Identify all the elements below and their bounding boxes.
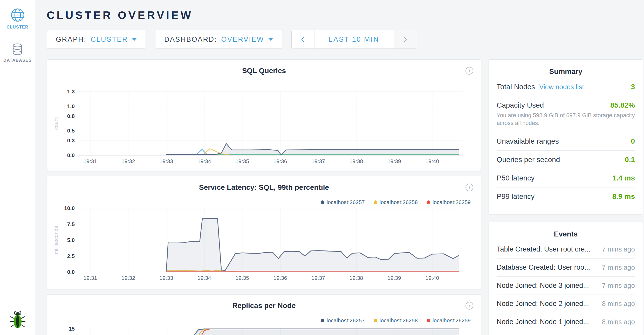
- chart-legend: localhost:26257localhost:26258localhost:…: [321, 317, 471, 324]
- summary-row-queries-per-second: Queries per second 0.1: [497, 151, 635, 169]
- legend-dot-icon: [321, 319, 324, 322]
- y-tick-label: 7.5: [67, 221, 75, 227]
- x-tick-label: 19:32: [121, 275, 135, 281]
- dashboard-dropdown-label: DASHBOARD:: [164, 36, 217, 44]
- summary-card: Summary Total Nodes View nodes list 3 Ca…: [489, 59, 643, 214]
- y-tick-label: 10.0: [64, 205, 75, 211]
- event-row: Node Joined: Node 3 joined... 7 mins ago: [497, 277, 635, 295]
- graph-dropdown-label: GRAPH:: [56, 36, 87, 44]
- x-tick-label: 19:38: [350, 275, 363, 281]
- legend-item: localhost:26257: [321, 317, 365, 324]
- legend-dot-icon: [427, 200, 430, 204]
- summary-value: 1.4 ms: [612, 174, 635, 182]
- summary-label: Unavailable ranges: [497, 137, 559, 145]
- replicas-per-node-chart-card: Replicas per Node i localhost:26257local…: [47, 294, 481, 335]
- x-tick-label: 19:35: [235, 158, 249, 164]
- legend-item: localhost:26258: [374, 317, 418, 324]
- y-axis-title: count: [53, 117, 59, 130]
- y-tick-label: 5.0: [67, 237, 75, 243]
- sidebar-item-label: CLUSTER: [6, 25, 29, 30]
- events-title: Events: [497, 230, 635, 238]
- sidebar-item-databases[interactable]: DATABASES: [3, 43, 32, 63]
- service-latency-chart[interactable]: 0.02.55.07.510.019:3119:3219:3319:3419:3…: [53, 200, 476, 281]
- event-text: Table Created: User root cre...: [497, 245, 591, 253]
- time-range-button[interactable]: LAST 10 MIN: [314, 30, 394, 48]
- time-range-widget: LAST 10 MIN: [291, 30, 417, 49]
- event-time: 7 mins ago: [602, 245, 635, 253]
- dashboard-dropdown[interactable]: DASHBOARD: OVERVIEW: [155, 30, 282, 49]
- summary-label: P99 latency: [497, 192, 535, 201]
- chevron-down-icon: [132, 38, 137, 41]
- y-axis-title: milliseconds: [53, 226, 59, 254]
- x-tick-label: 19:33: [160, 275, 173, 281]
- y-tick-label: 0.8: [67, 113, 75, 119]
- sidebar-item-label: DATABASES: [3, 58, 32, 63]
- x-tick-label: 19:37: [311, 275, 325, 281]
- x-tick-label: 19:34: [197, 275, 211, 281]
- legend-dot-icon: [321, 200, 324, 204]
- info-icon[interactable]: i: [465, 184, 473, 191]
- main-content: CLUSTER OVERVIEW GRAPH: CLUSTER DASHBOAR…: [35, 0, 644, 335]
- y-tick-label: 1.0: [67, 103, 75, 109]
- databases-icon: [11, 43, 23, 55]
- sql-queries-chart[interactable]: 0.00.30.50.81.01.319:3119:3219:3319:3419…: [53, 83, 476, 164]
- sidebar-item-cluster[interactable]: CLUSTER: [6, 8, 29, 30]
- x-tick-label: 19:39: [387, 275, 401, 281]
- y-tick-label: 0.0: [67, 269, 75, 275]
- event-text: Node Joined: Node 3 joined...: [497, 282, 589, 290]
- chart-legend: localhost:26257localhost:26258localhost:…: [321, 199, 471, 205]
- legend-item: localhost:26259: [427, 317, 471, 324]
- x-tick-label: 19:32: [121, 158, 135, 164]
- chevron-right-icon: [403, 36, 407, 43]
- summary-value: 8.9 ms: [612, 192, 635, 201]
- summary-value: 3: [631, 83, 635, 91]
- x-tick-label: 19:36: [273, 158, 287, 164]
- event-text: Node Joined: Node 1 joined...: [497, 318, 589, 326]
- x-tick-label: 19:31: [84, 158, 97, 164]
- summary-label: Capacity Used: [497, 101, 544, 109]
- dashboard-content: SQL Queries i 0.00.30.50.81.01.319:3119:…: [47, 59, 644, 335]
- event-time: 8 mins ago: [602, 318, 635, 326]
- right-column: Summary Total Nodes View nodes list 3 Ca…: [489, 59, 643, 335]
- event-row: Node Joined: Node 1 joined... 8 mins ago: [497, 313, 635, 331]
- service-latency-chart-card: Service Latency: SQL, 99th percentile i …: [47, 176, 481, 289]
- x-tick-label: 19:39: [387, 158, 401, 164]
- event-time: 7 mins ago: [602, 263, 635, 271]
- event-time: 8 mins ago: [602, 300, 635, 308]
- sql-queries-chart-card: SQL Queries i 0.00.30.50.81.01.319:3119:…: [47, 59, 481, 171]
- legend-item: localhost:26259: [427, 199, 471, 205]
- x-tick-label: 19:40: [426, 158, 439, 164]
- summary-row-p50-latency: P50 latency 1.4 ms: [497, 169, 635, 187]
- y-tick-label: 2.5: [67, 253, 75, 259]
- view-nodes-list-link[interactable]: View nodes list: [539, 83, 584, 91]
- dashboard-dropdown-value: OVERVIEW: [221, 36, 264, 44]
- summary-value: 0.1: [625, 156, 635, 164]
- legend-dot-icon: [427, 319, 430, 322]
- event-row: Node Joined: Node 2 joined... 8 mins ago: [497, 295, 635, 313]
- page-title: CLUSTER OVERVIEW: [47, 9, 644, 22]
- controls-bar: GRAPH: CLUSTER DASHBOARD: OVERVIEW LAST …: [47, 30, 644, 49]
- graph-dropdown[interactable]: GRAPH: CLUSTER: [47, 30, 146, 49]
- chart-title: SQL Queries: [53, 66, 475, 75]
- x-tick-label: 19:35: [235, 275, 249, 281]
- summary-title: Summary: [497, 67, 635, 76]
- time-next-button[interactable]: [394, 30, 417, 48]
- cockroachdb-logo[interactable]: [9, 310, 26, 330]
- summary-value: 85.82%: [610, 101, 635, 109]
- y-tick-label: 15: [69, 326, 75, 332]
- summary-label: Queries per second: [497, 156, 560, 164]
- summary-label: Total Nodes: [497, 83, 535, 91]
- time-prev-button[interactable]: [292, 30, 314, 48]
- x-tick-label: 19:36: [273, 275, 287, 281]
- legend-dot-icon: [374, 319, 377, 322]
- y-tick-label: 1.3: [67, 88, 75, 94]
- legend-item: localhost:26258: [374, 199, 418, 205]
- event-time: 7 mins ago: [602, 282, 635, 290]
- cockroach-icon: [9, 310, 26, 329]
- graph-dropdown-value: CLUSTER: [91, 36, 128, 44]
- legend-dot-icon: [374, 200, 377, 204]
- info-icon[interactable]: i: [465, 67, 473, 75]
- summary-value: 0: [631, 137, 635, 145]
- info-icon[interactable]: i: [465, 302, 473, 310]
- series-area: [166, 329, 459, 335]
